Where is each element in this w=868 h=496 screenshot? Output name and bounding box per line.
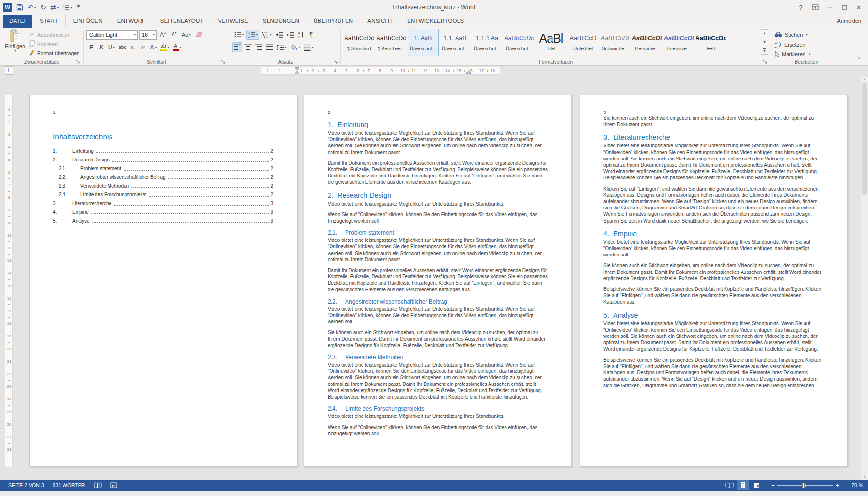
- font-color-button[interactable]: A▾: [171, 42, 183, 52]
- heading-2-3[interactable]: 2.3.Verwendete Methoden: [328, 354, 548, 361]
- paragraph[interactable]: Video bietet eine leistungsstarke Möglic…: [603, 143, 824, 181]
- save-button[interactable]: [16, 4, 23, 11]
- close-button[interactable]: ✕: [852, 1, 866, 13]
- font-size-select[interactable]: 16▾: [139, 30, 157, 40]
- toc-entry[interactable]: 2.4.LImite des Forschungsprojekts2: [53, 192, 273, 198]
- increase-indent-button[interactable]: [285, 30, 296, 40]
- paragraph[interactable]: Video bietet eine leistungsstarke Möglic…: [328, 201, 548, 207]
- format-painter-button[interactable]: Format übertragen: [28, 48, 79, 58]
- zoom-out-button[interactable]: −: [769, 482, 777, 489]
- qat-extra-button-1[interactable]: ⇄▾: [50, 4, 59, 11]
- select-button[interactable]: Markieren▾: [774, 49, 810, 59]
- undo-button[interactable]: ↶▾: [28, 4, 36, 11]
- style-ueberschrift-3[interactable]: 1.1.1 AaÜberschrif...: [472, 29, 503, 56]
- show-paragraph-marks-button[interactable]: ¶: [306, 30, 316, 40]
- collapse-ribbon-button[interactable]: ^: [855, 57, 863, 64]
- decrease-indent-button[interactable]: [274, 30, 284, 40]
- first-line-indent-marker[interactable]: [295, 67, 299, 71]
- paragraph[interactable]: Beispielsweise können Sie ein passendes …: [603, 286, 824, 305]
- style-hervorhebung[interactable]: AaBbCcDtHervorhe...: [631, 29, 663, 56]
- qat-extra-button-2[interactable]: ▾: [63, 5, 72, 10]
- style-untertitel[interactable]: AaBbCcDUntertitel: [568, 29, 599, 56]
- styles-dialog-launcher[interactable]: [762, 59, 768, 64]
- tab-ansicht[interactable]: ANSICHT: [360, 15, 400, 28]
- style-ueberschrift-2[interactable]: 1.1. AaBÜberschrif...: [440, 29, 471, 56]
- style-standard[interactable]: AaBbCcDc¶ Standard: [344, 29, 375, 56]
- style-ueberschrift-1[interactable]: 1. AaBÜberschrif...: [408, 29, 439, 56]
- qat-extra-1-dropdown-arrow[interactable]: ▾: [57, 6, 59, 9]
- toc-entry[interactable]: 3.Literaturrecherche3: [53, 200, 273, 207]
- ribbon-display-options-button[interactable]: [808, 1, 822, 13]
- paragraph[interactable]: Video bietet eine leistungsstarke Möglic…: [328, 413, 548, 419]
- heading-2-2[interactable]: 2.2.Angestrebter wissenschaftlicher Beit…: [328, 298, 548, 305]
- replace-button[interactable]: Ersetzen: [774, 40, 805, 49]
- print-layout-button[interactable]: [737, 480, 749, 490]
- tab-seitenlayout[interactable]: SEITENLAYOUT: [153, 15, 211, 28]
- toc-entry[interactable]: 2.2.Angestrebter wissenschaftlicher Beit…: [53, 174, 273, 180]
- redo-button[interactable]: ↻: [40, 4, 46, 11]
- paragraph[interactable]: Wenn Sie auf "Onlinevideo" klicken, könn…: [328, 424, 548, 437]
- clear-formatting-button[interactable]: [194, 30, 204, 40]
- read-mode-button[interactable]: [723, 480, 736, 490]
- zoom-slider-thumb[interactable]: [802, 483, 805, 488]
- vertical-ruler[interactable]: 1234567891011121314151617181920212223242…: [5, 76, 13, 480]
- paragraph[interactable]: Video bietet eine leistungsstarke Möglic…: [328, 306, 548, 325]
- style-intensive-hervorhebung[interactable]: AaBbCcDtIntensive...: [663, 29, 694, 56]
- customize-qat-button[interactable]: [77, 5, 80, 9]
- borders-button[interactable]: ▾: [302, 42, 315, 52]
- paragraph[interactable]: Video bietet eine leistungsstarke Möglic…: [328, 362, 548, 400]
- heading-1[interactable]: 1.Einleitung: [328, 121, 548, 128]
- subscript-button[interactable]: x₂: [128, 42, 138, 52]
- document-page-3[interactable]: 3Sie können auch ein Stichwort eingeben,…: [580, 95, 848, 467]
- tab-sendungen[interactable]: SENDUNGEN: [255, 15, 306, 28]
- vertical-scrollbar[interactable]: ▲ ▼: [861, 77, 868, 480]
- strikethrough-button[interactable]: abc: [117, 42, 127, 52]
- cut-button[interactable]: ✂Ausschneiden: [28, 30, 79, 39]
- paragraph[interactable]: Damit Ihr Dokument ein professionelles A…: [328, 160, 548, 186]
- tab-selector[interactable]: L: [5, 66, 13, 75]
- help-button[interactable]: ?: [793, 1, 808, 13]
- font-family-select[interactable]: Calibri Light▾: [86, 30, 138, 40]
- undo-dropdown-arrow[interactable]: ▾: [34, 6, 36, 9]
- paragraph[interactable]: Video bietet eine leistungsstarke Möglic…: [328, 237, 548, 263]
- tab-verweise[interactable]: VERWEISE: [211, 15, 255, 28]
- line-spacing-button[interactable]: ▾: [275, 42, 288, 52]
- style-kein-leerraum[interactable]: AaBbCcDc¶ Kein Lee...: [376, 29, 407, 56]
- copy-button[interactable]: Kopieren: [28, 39, 79, 48]
- toc-entry[interactable]: 5.Analyse3: [53, 218, 273, 224]
- toc-entry[interactable]: 2.Research Design2: [53, 157, 273, 163]
- multilevel-list-button[interactable]: ▾: [260, 30, 273, 40]
- heading-2-1[interactable]: 2.1.Problem statement: [328, 229, 548, 236]
- qat-extra-2-dropdown-arrow[interactable]: ▾: [70, 6, 72, 9]
- tab-entwurf[interactable]: ENTWURF: [110, 15, 153, 28]
- proofing-status-button[interactable]: [89, 482, 106, 488]
- font-dialog-launcher[interactable]: [221, 59, 226, 64]
- align-left-button[interactable]: [232, 42, 242, 52]
- paragraph[interactable]: Video bietet eine leistungsstarke Möglic…: [603, 320, 824, 352]
- toc-entry[interactable]: 1.Einleitung2: [53, 148, 273, 154]
- minimize-button[interactable]: ─: [822, 1, 837, 13]
- paragraph[interactable]: Video bietet eine leistungsstarke Möglic…: [328, 130, 548, 156]
- scrollbar-thumb[interactable]: [862, 83, 867, 195]
- tab-start[interactable]: START: [32, 15, 66, 28]
- bold-button[interactable]: F: [86, 42, 96, 52]
- scroll-up-arrow[interactable]: ▲: [861, 77, 868, 82]
- zoom-slider[interactable]: [777, 482, 833, 488]
- document-page-2[interactable]: 21.EinleitungVideo bietet eine leistungs…: [304, 95, 572, 467]
- heading-2-4[interactable]: 2.4.LImite des Forschungsprojekts: [328, 405, 548, 412]
- heading-5[interactable]: 5.Analyse: [603, 311, 824, 319]
- horizontal-ruler[interactable]: 21123456789101112131415161718: [261, 67, 500, 75]
- styles-scroll-down-button[interactable]: ▼: [761, 38, 768, 46]
- web-layout-button[interactable]: [750, 480, 763, 490]
- align-right-button[interactable]: [253, 42, 264, 52]
- style-fett[interactable]: AaBbCcDcFett: [695, 29, 726, 56]
- styles-scroll-up-button[interactable]: ▲: [761, 29, 768, 37]
- paragraph[interactable]: Video bietet eine leistungsstarke Möglic…: [603, 239, 824, 258]
- toc-entry[interactable]: 4.Empirie3: [53, 209, 273, 215]
- tab-datei[interactable]: DATEI: [3, 15, 32, 28]
- shrink-font-button[interactable]: A▾: [169, 30, 179, 40]
- paragraph[interactable]: Beispielsweise können Sie ein passendes …: [603, 357, 824, 389]
- style-schwache-hervorhebung[interactable]: AaBbCcDtSchwache...: [600, 29, 631, 56]
- heading-3[interactable]: 3.Literaturrecherche: [603, 133, 824, 141]
- paragraph[interactable]: Sie können auch ein Stichwort eingeben, …: [328, 329, 548, 349]
